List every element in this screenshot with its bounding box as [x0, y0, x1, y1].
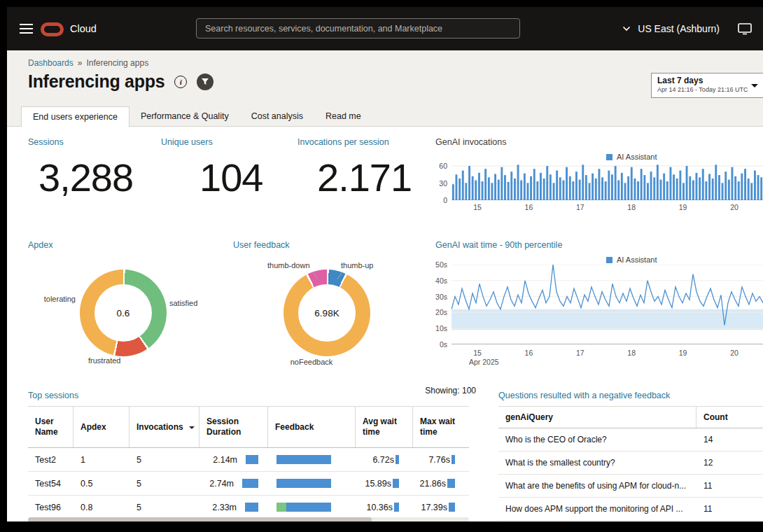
x-axis-tick: 17 [572, 349, 589, 357]
user-name-cell: Test96 [28, 503, 74, 512]
nf-table-row[interactable]: How does APM support the monitoring of A… [498, 498, 763, 521]
avg-wait-value: 6.72s [372, 455, 394, 465]
tab-read-me[interactable]: Read me [314, 106, 372, 126]
brand-label: Cloud [70, 23, 97, 34]
y-axis-tick: 0s [425, 340, 447, 349]
top-sessions-title[interactable]: Top sessions [28, 391, 78, 400]
menu-icon[interactable] [20, 24, 33, 34]
kpi-sessions-label[interactable]: Sessions [28, 137, 64, 147]
topbar-right-group: US East (Ashburn) [622, 7, 752, 50]
feedback-bar [276, 455, 331, 464]
feedback-bar [286, 503, 331, 512]
table-row[interactable]: Test2 1 5 2.14m 6.72s 7.76s [28, 448, 469, 472]
feedback-label-thumb-up: thumb-up [341, 261, 373, 270]
query-cell: How does APM support the monitoring of A… [498, 504, 696, 514]
y-axis-tick: 40s [425, 276, 447, 285]
y-axis-tick: 50s [425, 260, 447, 269]
duration-value: 2.33m [212, 503, 237, 512]
apdex-donut-chart[interactable]: 0.6 [80, 270, 167, 356]
duration-bar [245, 503, 258, 512]
col-apdex[interactable]: Apdex [74, 407, 130, 447]
invocations-cell: 5 [130, 503, 200, 512]
session-duration-cell: 2.74m [200, 479, 268, 489]
kpi-unique-users-label[interactable]: Unique users [161, 137, 213, 147]
avg-wait-value: 10.36s [366, 503, 393, 512]
region-selector[interactable]: US East (Ashburn) [622, 23, 720, 34]
apdex-widget-title[interactable]: Apdex [28, 240, 52, 250]
info-icon[interactable]: i [174, 76, 187, 88]
max-wait-value: 21.86s [419, 479, 446, 489]
kpi-invocations-per-session-label[interactable]: Invocations per session [298, 137, 389, 147]
session-duration-cell: 2.14m [200, 455, 268, 465]
col-invocations[interactable]: Invocations [130, 407, 200, 447]
table-row[interactable]: Test96 0.8 5 2.33m 10.36s 17.39s [28, 496, 469, 519]
oracle-logo-icon[interactable] [41, 22, 64, 36]
breadcrumb-dashboards-link[interactable]: Dashboards [28, 58, 74, 68]
breadcrumb-current: Inferencing apps [86, 58, 148, 68]
top-navigation-bar: Cloud US East (Ashburn) [7, 7, 763, 50]
duration-value: 2.74m [209, 479, 234, 489]
kpi-sessions-value: 3,288 [38, 156, 133, 200]
showing-count: Showing: 100 [406, 386, 476, 396]
user-feedback-widget-title[interactable]: User feedback [233, 240, 290, 250]
legend-label: AI Assistant [617, 153, 657, 161]
x-axis-tick: 19 [675, 203, 692, 211]
duration-bar [246, 455, 258, 464]
tab-end-users-experience[interactable]: End users experience [21, 106, 130, 127]
col-genai-query[interactable]: genAiQuery [498, 407, 696, 428]
breadcrumb-separator: » [78, 58, 83, 68]
genai-wait-time-line-chart[interactable]: 50s40s30s20s10s0s [451, 265, 763, 344]
filter-icon[interactable] [197, 74, 214, 90]
table-row[interactable]: Test54 0.5 5 2.74m 15.89s 21.86s [28, 472, 469, 496]
count-cell: 12 [696, 458, 763, 468]
horizontal-scrollbar[interactable] [28, 517, 469, 522]
bar-chart-x-axis: 151617181920 [451, 203, 763, 212]
count-cell: 11 [696, 504, 763, 514]
legend-label: AI Assistant [617, 255, 657, 264]
dashboard-tabs: End users experience Performance & Quali… [7, 106, 763, 127]
avg-wait-bar [393, 479, 399, 488]
y-axis-tick: 30s [425, 293, 447, 301]
col-max-wait-time[interactable]: Max wait time [413, 407, 469, 447]
negative-feedback-table: genAiQuery Count Who is the CEO of Oracl… [498, 406, 763, 521]
max-wait-value: 17.39s [421, 503, 447, 512]
kpi-invocations-per-session-value: 2.171 [317, 156, 412, 200]
x-axis-tick: 18 [623, 203, 640, 211]
col-avg-wait-time[interactable]: Avg wait time [356, 407, 413, 447]
x-axis-tick: 16 [520, 203, 537, 211]
line-chart-legend-item[interactable]: AI Assistant [606, 255, 657, 264]
nf-table-row[interactable]: What is the smallest country? 12 [498, 451, 763, 475]
bar-chart-legend-item[interactable]: AI Assistant [606, 153, 657, 161]
col-feedback[interactable]: Feedback [268, 407, 356, 447]
negative-feedback-title[interactable]: Questions resulted with a negative feedb… [498, 391, 670, 400]
search-input[interactable] [196, 18, 520, 38]
tab-cost-analysis[interactable]: Cost analysis [240, 106, 314, 126]
y-axis-tick: 20s [425, 308, 447, 316]
avg-wait-value: 15.89s [365, 479, 391, 489]
max-wait-cell: 17.39s [413, 503, 469, 512]
col-session-duration[interactable]: Session Duration [200, 407, 268, 447]
top-sessions-table: User Name Apdex Invocations Session Dura… [28, 406, 469, 519]
genai-invocations-bar-chart[interactable]: 60300 [451, 163, 763, 200]
col-count[interactable]: Count [696, 407, 763, 428]
x-axis-tick: 17 [572, 203, 589, 211]
user-feedback-center-value: 6.98K [284, 270, 370, 356]
sort-desc-icon [189, 426, 195, 432]
time-range-selector[interactable]: Last 7 days Apr 14 21:16 - Today 21:16 U… [651, 73, 763, 98]
query-cell: What is the smallest country? [498, 458, 696, 468]
nf-table-row[interactable]: What are the benefits of using APM for c… [498, 475, 763, 498]
apdex-cell: 0.5 [74, 479, 130, 489]
genai-wait-time-title[interactable]: GenAI wait time - 90th percentile [435, 240, 562, 250]
col-invocations-label: Invocations [136, 422, 183, 433]
user-feedback-donut-chart[interactable]: 6.98K [284, 270, 370, 356]
col-user-name[interactable]: User Name [28, 407, 74, 447]
scrollbar-thumb[interactable] [28, 517, 372, 522]
x-axis-tick: 15 [469, 203, 486, 211]
tab-performance-quality[interactable]: Performance & Quality [130, 106, 240, 126]
avg-wait-cell: 15.89s [356, 479, 413, 489]
cloud-shell-display-icon[interactable] [738, 22, 752, 35]
nf-table-row[interactable]: Who is the CEO of Oracle? 14 [498, 428, 763, 451]
time-range-detail: Apr 14 21:16 - Today 21:16 UTC [657, 86, 748, 93]
legend-swatch-icon [606, 154, 612, 160]
caret-down-icon [751, 84, 758, 91]
